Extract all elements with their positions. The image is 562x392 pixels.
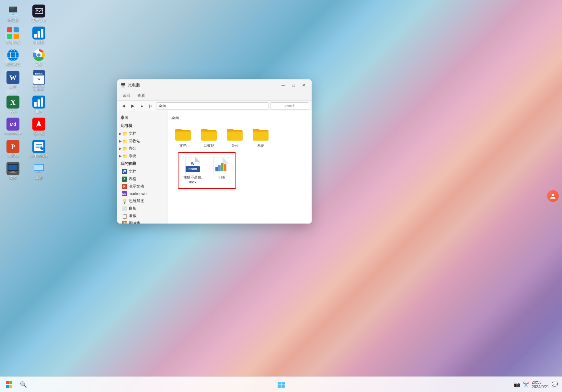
desktop-icon-thispc[interactable]: 🖥️ 此电脑 [2,3,24,24]
folder-documents[interactable]: 文档 [171,124,195,150]
taskbar-right: 📷 ✂️ 20:55 2024/9/21 💬 [514,380,562,389]
sidebar-fav-ppt[interactable]: P 演示文稿 [117,183,167,190]
ppt-icon: P [6,140,19,153]
sidebar-label-system: 系统 [129,153,136,159]
sidebar-item-system[interactable]: ▶ 📁 系统 [117,152,167,160]
close-button[interactable]: ✕ [299,82,308,89]
expand-arrow-office: ▶ [119,147,122,150]
sidebar-fav-photos[interactable]: 🖼️ 图片库 [117,220,167,224]
window-titlebar: 🖥️ 此电脑 ─ □ ✕ [117,79,312,91]
taskbar-datetime: 20:55 2024/9/21 [532,380,549,389]
svg-rect-46 [10,172,16,173]
folder-recycle-icon [201,126,217,143]
desktop-icon-imageviewer[interactable]: 图片查看 [28,3,50,24]
taskbar-notification-icon[interactable]: 💬 [552,381,558,387]
folder-office[interactable]: 办公 [223,124,247,150]
sidebar-fav-mindmap-label: 思维导图 [129,198,144,204]
excel-icon: X [6,96,19,109]
minimize-button[interactable]: ─ [279,82,288,89]
files-area: 文档 回收站 [171,124,308,189]
svg-rect-3 [14,27,19,32]
sidebar-fav-photos-label: 图片库 [129,221,141,224]
file-explorer-window: 🖥️ 此电脑 ─ □ ✕ 返回 查看 ◀ ▶ ▲ ▷ [117,79,312,224]
address-bar[interactable] [156,102,269,110]
imageviewer-icon [32,5,45,17]
svg-point-69 [552,194,554,196]
sidebar-fav-word[interactable]: W 文档 [117,168,167,175]
notepad-label: 文本查看器 [30,154,48,158]
taskbar-search-button[interactable]: 🔍 [17,378,30,391]
sidebar-label-documents: 文档 [129,131,136,136]
monitor-icon [6,162,19,175]
apps-icon [6,27,19,40]
taskbar-camera-icon[interactable]: 📷 [514,381,520,387]
breadcrumb: 桌面 [171,115,308,121]
folder-system[interactable]: 系统 [249,124,272,150]
apps-label: 应用市场 [6,40,20,44]
desktop-icon-word[interactable]: W 文字 [2,70,24,93]
view-toolbar-btn[interactable]: 查看 [135,92,147,99]
nav-forward-button[interactable]: ▶ [129,102,137,110]
window-toolbar: 返回 查看 [117,91,312,101]
desktop-icon-docxfile[interactable]: DOCX W 题目不是瞄.docx [28,70,50,93]
barchart-label: |||.a [36,109,42,113]
thispc-label: 此电脑 [8,18,18,22]
desktop-icon-charts[interactable]: 白目睫 [28,25,50,46]
charts-icon [32,27,45,40]
taskbar-explorer-button[interactable] [275,378,288,391]
ppt-label: 演示稿 [8,154,18,158]
folder-recycle[interactable]: 回收站 [197,124,221,150]
desktop-icon-notepad[interactable]: 文本查看器 [28,139,50,159]
folder-icon-documents: 📁 [122,131,128,136]
folder-documents-label: 文档 [179,143,187,148]
window-controls: ─ □ ✕ [279,82,308,89]
window-title-text: 此电脑 [128,82,140,88]
folder-icon-system: 📁 [122,154,128,159]
nav-up-button[interactable]: ▲ [138,102,146,110]
sidebar-fav-mindmap[interactable]: 💡 思维导图 [117,197,167,205]
search-input[interactable] [270,102,309,110]
taskbar-scissors-icon[interactable]: ✂️ [523,381,529,387]
desktop: CARE 🖥️ 此电脑 图片查看 应用市场 [0,0,562,392]
svg-rect-59 [221,163,224,171]
sidebar-item-office[interactable]: ▶ 📁 办公 [117,145,167,152]
nav-expand-button[interactable]: ▷ [147,102,155,110]
desktop-icon-adobe[interactable]: 客户端 [28,116,50,137]
markdown-icon: Md [6,118,19,131]
sidebar: 桌面 此电脑 ▶ 📁 文档 ▶ 📁 回收站 ▶ 📁 办公 [117,111,167,224]
desktop-icon-chrome[interactable]: 谷歌 [28,47,50,68]
back-toolbar-btn[interactable]: 返回 [120,92,132,99]
nav-back-button[interactable]: ◀ [120,102,128,110]
desktop-icon-monitor[interactable]: 监控 [2,161,24,181]
desktop-icon-excel[interactable]: X 表格 [2,94,24,115]
search-result-chart[interactable]: |||.kb [210,156,233,186]
sidebar-label-recycle: 回收站 [129,138,140,144]
chrome-label: 谷歌 [35,62,42,66]
svg-rect-7 [34,34,37,38]
window-title-area: 🖥️ 此电脑 [120,82,140,88]
maximize-button[interactable]: □ [289,82,298,89]
sidebar-fav-kanban[interactable]: 📋 看板 [117,212,167,220]
sidebar-item-documents[interactable]: ▶ 📁 文档 [117,130,167,137]
desktop-icon-browser[interactable]: 网页浏览 [2,47,24,68]
sidebar-fav-excel[interactable]: X 表格 [117,175,167,183]
barchart-icon [32,96,45,109]
desktop-icon-barchart[interactable]: |||.a [28,94,50,115]
sidebar-item-recycle[interactable]: ▶ 📁 回收站 [117,137,167,145]
desktop-icon-markdown[interactable]: Md markdown [2,116,24,137]
start-button[interactable] [3,378,16,391]
desktop-icon-desktop2[interactable]: 桌面 [28,161,50,181]
sidebar-fav-markdown-label: markdown [129,191,146,196]
avatar-button[interactable] [547,190,559,202]
folder-office-icon [226,126,243,143]
svg-rect-48 [34,165,43,170]
window-body: 桌面 此电脑 ▶ 📁 文档 ▶ 📁 回收站 ▶ 📁 办公 [117,111,312,224]
sidebar-fav-markdown[interactable]: Md markdown [117,190,167,197]
docx-file-icon: DOCX W [184,157,201,174]
search-result-docx[interactable]: DOCX W 熊猫不是猫.docx [181,156,204,186]
desktop-icon-ppt[interactable]: P 演示稿 [2,139,24,159]
desktop-icon-apps[interactable]: 应用市场 [2,25,24,46]
fav-mindmap-icon: 💡 [122,199,127,204]
sidebar-fav-whiteboard[interactable]: ⬜ 白板 [117,205,167,212]
adobe-icon [32,118,45,131]
